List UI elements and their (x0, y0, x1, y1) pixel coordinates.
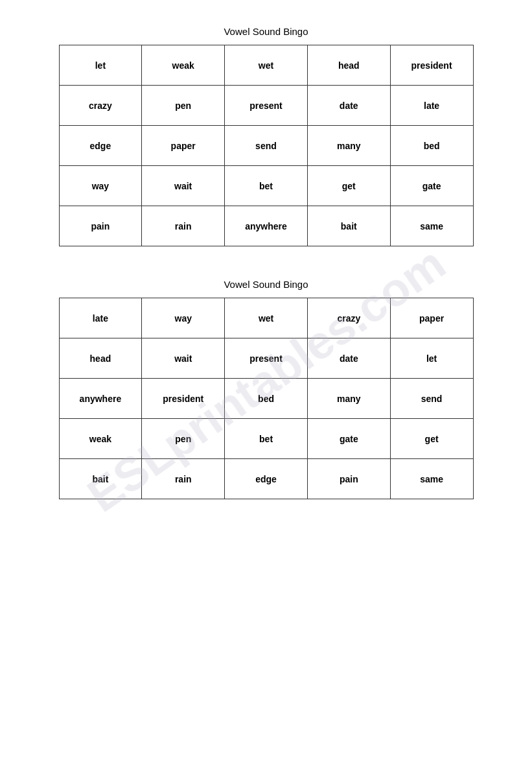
table-cell: rain (142, 459, 225, 499)
table-row: weakpenbetgateget (59, 419, 473, 459)
table-cell: bet (225, 419, 308, 459)
table-cell: same (390, 206, 473, 246)
table-cell: wet (225, 298, 308, 338)
table-cell: many (307, 126, 390, 166)
table-cell: edge (59, 126, 142, 166)
table-row: baitrainedgepainsame (59, 459, 473, 499)
card1-title: Vowel Sound Bingo (224, 26, 308, 37)
table-cell: way (142, 298, 225, 338)
table-cell: bait (307, 206, 390, 246)
table-cell: weak (142, 45, 225, 86)
table-cell: wait (142, 166, 225, 206)
table-cell: get (390, 419, 473, 459)
table-cell: late (59, 298, 142, 338)
table-row: edgepapersendmanybed (59, 126, 473, 166)
table-row: letweakwetheadpresident (59, 45, 473, 86)
table-cell: let (390, 338, 473, 379)
table-cell: crazy (307, 298, 390, 338)
table-row: anywherepresidentbedmanysend (59, 379, 473, 419)
table-row: latewaywetcrazypaper (59, 298, 473, 338)
table-cell: date (307, 338, 390, 379)
table-cell: bet (225, 166, 308, 206)
table-cell: weak (59, 419, 142, 459)
table-cell: way (59, 166, 142, 206)
table-cell: rain (142, 206, 225, 246)
table-cell: bait (59, 459, 142, 499)
table-cell: late (390, 86, 473, 126)
table-cell: pain (59, 206, 142, 246)
table-row: painrainanywherebaitsame (59, 206, 473, 246)
table-cell: wet (225, 45, 308, 86)
table-cell: paper (390, 298, 473, 338)
table-cell: gate (390, 166, 473, 206)
card2-table: latewaywetcrazypaperheadwaitpresentdatel… (59, 298, 474, 499)
bingo-card-2: Vowel Sound Bingo latewaywetcrazypaperhe… (39, 279, 493, 499)
table-cell: anywhere (225, 206, 308, 246)
table-cell: gate (307, 419, 390, 459)
table-row: waywaitbetgetgate (59, 166, 473, 206)
table-cell: wait (142, 338, 225, 379)
table-cell: let (59, 45, 142, 86)
table-cell: head (307, 45, 390, 86)
table-cell: same (390, 459, 473, 499)
table-cell: pen (142, 86, 225, 126)
card1-table: letweakwetheadpresidentcrazypenpresentda… (59, 45, 474, 246)
table-cell: many (307, 379, 390, 419)
table-cell: get (307, 166, 390, 206)
table-cell: present (225, 338, 308, 379)
table-cell: bed (390, 126, 473, 166)
table-cell: president (390, 45, 473, 86)
table-cell: head (59, 338, 142, 379)
table-cell: anywhere (59, 379, 142, 419)
table-cell: bed (225, 379, 308, 419)
table-row: crazypenpresentdatelate (59, 86, 473, 126)
table-cell: edge (225, 459, 308, 499)
table-cell: date (307, 86, 390, 126)
card2-title: Vowel Sound Bingo (224, 279, 308, 290)
bingo-card-1: Vowel Sound Bingo letweakwetheadpresiden… (39, 26, 493, 246)
table-cell: present (225, 86, 308, 126)
table-cell: pen (142, 419, 225, 459)
table-cell: pain (307, 459, 390, 499)
table-row: headwaitpresentdatelet (59, 338, 473, 379)
table-cell: send (225, 126, 308, 166)
table-cell: crazy (59, 86, 142, 126)
table-cell: president (142, 379, 225, 419)
table-cell: send (390, 379, 473, 419)
table-cell: paper (142, 126, 225, 166)
